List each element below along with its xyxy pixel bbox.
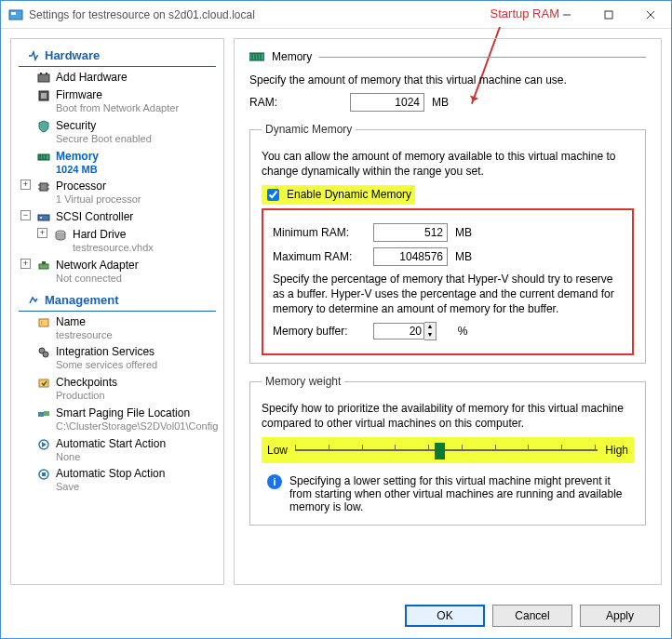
titlebar: Settings for testresource on s2d01.cloud… xyxy=(1,1,671,29)
window-title: Settings for testresource on s2d01.cloud… xyxy=(29,8,545,21)
svg-rect-1 xyxy=(11,12,16,15)
close-icon xyxy=(646,10,655,20)
expand-net[interactable]: + xyxy=(20,259,31,269)
maximize-button[interactable] xyxy=(587,1,629,29)
app-icon xyxy=(8,7,23,22)
max-ram-input[interactable] xyxy=(373,247,448,266)
hardware-section-icon xyxy=(28,50,39,61)
svg-point-28 xyxy=(43,352,48,357)
nav-checkpoints[interactable]: CheckpointsProduction xyxy=(11,374,223,405)
name-icon: I xyxy=(37,316,50,329)
max-ram-unit: MB xyxy=(455,250,472,263)
info-icon: i xyxy=(267,474,282,489)
weight-intro: Specify how to prioritize the availabili… xyxy=(262,401,634,431)
svg-rect-23 xyxy=(39,264,48,269)
min-ram-unit: MB xyxy=(455,226,472,239)
ram-label: RAM: xyxy=(249,96,343,109)
buffer-label: Memory buffer: xyxy=(273,325,366,338)
pane-title: Memory xyxy=(272,50,312,63)
nav-memory[interactable]: Memory1024 MB xyxy=(11,148,223,179)
smart-paging-icon xyxy=(37,407,50,420)
weight-high-label: High xyxy=(605,444,628,457)
buffer-intro: Specify the percentage of memory that Hy… xyxy=(273,272,623,317)
shield-icon xyxy=(37,120,50,133)
memory-icon xyxy=(37,151,50,164)
svg-point-21 xyxy=(40,217,42,219)
weight-low-label: Low xyxy=(267,444,288,457)
memory-pane-icon xyxy=(249,51,264,62)
svg-rect-15 xyxy=(40,183,47,191)
auto-stop-icon xyxy=(37,468,50,481)
section-management: Management xyxy=(19,289,216,312)
weight-info-text: Specifying a lower setting for this virt… xyxy=(289,474,628,513)
management-section-icon xyxy=(28,294,39,305)
nav-security[interactable]: SecuritySecure Boot enabled xyxy=(11,117,223,148)
enable-dynamic-memory-checkbox[interactable] xyxy=(267,189,279,201)
svg-rect-20 xyxy=(38,215,49,220)
svg-rect-3 xyxy=(605,11,612,19)
memory-weight-group: Memory weight Specify how to prioritize … xyxy=(249,375,646,525)
expand-scsi[interactable]: − xyxy=(20,210,31,220)
minimize-button[interactable] xyxy=(545,1,587,29)
cancel-button[interactable]: Cancel xyxy=(492,605,572,627)
nav-processor[interactable]: + Processor1 Virtual processor xyxy=(11,178,223,208)
weight-slider[interactable] xyxy=(295,441,598,459)
settings-nav[interactable]: Hardware Add Hardware FirmwareBoot from … xyxy=(10,38,224,585)
buffer-spin-up[interactable]: ▲ xyxy=(424,323,436,331)
buffer-unit: % xyxy=(458,325,468,338)
nav-integration-services[interactable]: Integration ServicesSome services offere… xyxy=(11,343,223,374)
nav-auto-start[interactable]: Automatic Start ActionNone xyxy=(11,435,223,466)
auto-start-icon xyxy=(37,438,50,451)
scsi-icon xyxy=(37,211,50,224)
svg-marker-33 xyxy=(42,442,47,447)
svg-rect-8 xyxy=(46,73,47,74)
settings-pane: Memory Specify the amount of memory that… xyxy=(234,38,662,585)
svg-rect-31 xyxy=(44,411,49,416)
enable-dynamic-memory-label: Enable Dynamic Memory xyxy=(287,188,411,201)
min-ram-label: Minimum RAM: xyxy=(273,226,366,239)
weight-slider-thumb[interactable] xyxy=(435,443,445,459)
nav-network-adapter[interactable]: + Network AdapterNot connected xyxy=(11,257,223,287)
apply-button[interactable]: Apply xyxy=(580,605,660,627)
ram-input[interactable] xyxy=(350,93,424,112)
firmware-icon xyxy=(37,89,50,102)
enable-dynamic-memory-row: Enable Dynamic Memory xyxy=(262,185,415,205)
hard-drive-icon xyxy=(54,229,67,242)
nav-firmware[interactable]: FirmwareBoot from Network Adapter xyxy=(11,87,223,117)
svg-rect-35 xyxy=(42,473,46,476)
nav-add-hardware[interactable]: Add Hardware xyxy=(11,69,223,87)
svg-rect-36 xyxy=(249,53,264,60)
buffer-spin-down[interactable]: ▼ xyxy=(424,331,436,339)
checkpoints-icon xyxy=(37,377,50,390)
nav-hard-drive[interactable]: + Hard Drivetestresource.vhdx xyxy=(11,226,223,257)
ram-unit: MB xyxy=(432,96,449,109)
processor-icon xyxy=(37,180,50,193)
divider xyxy=(319,57,646,58)
svg-rect-30 xyxy=(38,412,44,417)
nav-auto-stop[interactable]: Automatic Stop ActionSave xyxy=(11,465,223,496)
max-ram-label: Maximum RAM: xyxy=(273,250,366,263)
memory-intro: Specify the amount of memory that this v… xyxy=(249,73,646,87)
min-ram-input[interactable] xyxy=(373,223,448,242)
memory-weight-legend: Memory weight xyxy=(262,375,344,388)
minimize-icon xyxy=(562,10,571,20)
close-button[interactable] xyxy=(629,1,671,29)
nav-name[interactable]: I Nametestresource xyxy=(11,313,223,344)
add-hardware-icon xyxy=(37,72,50,85)
expand-processor[interactable]: + xyxy=(20,180,31,190)
integration-icon xyxy=(37,346,50,359)
svg-rect-6 xyxy=(38,74,49,82)
ok-button[interactable]: OK xyxy=(405,605,485,627)
svg-rect-10 xyxy=(41,93,47,99)
dynamic-memory-intro: You can allow the amount of memory avail… xyxy=(262,149,634,179)
dynamic-memory-highlight-box: Minimum RAM: MB Maximum RAM: MB Specify … xyxy=(262,208,634,356)
dynamic-memory-group: Dynamic Memory You can allow the amount … xyxy=(249,123,646,364)
buffer-input[interactable] xyxy=(373,323,424,339)
nav-smart-paging[interactable]: Smart Paging File LocationC:\ClusterStor… xyxy=(11,405,223,435)
network-icon xyxy=(37,260,50,273)
expand-hard-drive[interactable]: + xyxy=(37,228,47,238)
weight-slider-row: Low High xyxy=(262,437,634,463)
maximize-icon xyxy=(604,10,613,20)
nav-label: Add Hardware xyxy=(56,71,128,85)
nav-scsi-controller[interactable]: − SCSI Controller xyxy=(11,208,223,226)
